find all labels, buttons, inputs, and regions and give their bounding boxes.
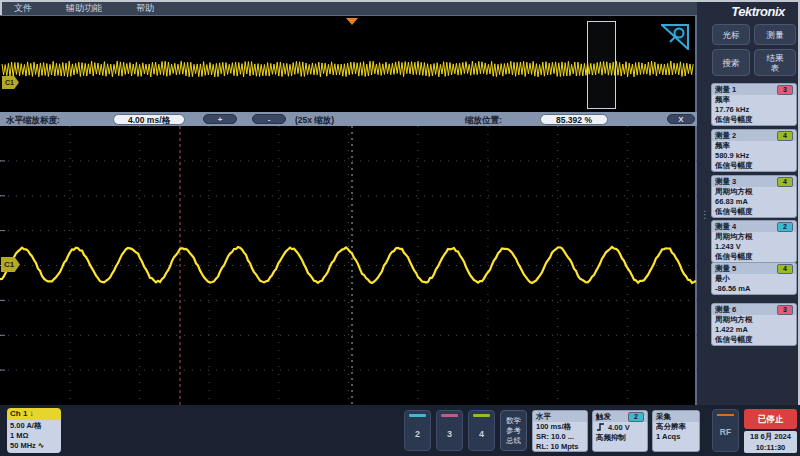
time-text: 10:11:30 — [744, 442, 797, 453]
measurement-value: 1.422 mA — [712, 325, 796, 335]
channel3-label: 3 — [437, 429, 462, 439]
zoom-position-value[interactable]: 85.392 % — [540, 114, 608, 125]
menu-utility[interactable]: 辅助功能 — [66, 2, 102, 15]
zoom-window-box[interactable] — [587, 21, 616, 109]
trigger-title: 触发 — [596, 412, 611, 422]
channel1-scale: 5.00 A/格 — [10, 421, 58, 431]
measurement-type: 频率 — [712, 95, 796, 105]
run-stop-status[interactable]: 已停止 — [744, 409, 797, 429]
measurement-6-panel[interactable]: 测量 63 周期均方根 1.422 mA 低信号幅度 — [711, 303, 797, 346]
source-badge: 4 — [777, 177, 793, 187]
menu-help[interactable]: 帮助 — [136, 2, 154, 15]
trigger-panel[interactable]: 触发 2 4.00 V 高频抑制 — [592, 410, 648, 452]
zoom-out-button[interactable]: - — [252, 114, 286, 124]
channel2-color-bar — [409, 414, 426, 417]
zoom-mode-icon[interactable] — [661, 24, 689, 50]
horizontal-panel[interactable]: 水平 100 ms/格 SR: 10.0 ... RL: 10 Mpts — [532, 410, 588, 452]
trigger-level: 4.00 V — [608, 423, 630, 432]
measurement-title: 测量 3 — [715, 177, 736, 187]
trigger-position-icon[interactable] — [346, 18, 358, 25]
cursors-button[interactable]: 光标 — [712, 24, 750, 45]
source-badge: 2 — [777, 222, 793, 232]
zoom-toolbar: 水平缩放标度: 4.00 ms/格 + - (25x 缩放) 缩放位置: 85.… — [0, 112, 697, 126]
trigger-coupling: 高频抑制 — [593, 433, 647, 443]
measurement-warning: 低信号幅度 — [712, 161, 796, 171]
measurement-title: 测量 1 — [715, 85, 736, 95]
measurement-title: 测量 6 — [715, 305, 736, 315]
results-table-button[interactable]: 结果 表 — [754, 49, 796, 76]
horizontal-title: 水平 — [536, 412, 551, 422]
measurement-warning: 低信号幅度 — [712, 252, 796, 262]
rf-color-bar — [717, 414, 734, 416]
rf-button[interactable]: RF — [712, 409, 739, 452]
channel1-badge[interactable]: Ch 1 ↓ 5.00 A/格 1 MΩ 50 MHz ∿ — [7, 408, 61, 453]
channel1-impedance: 1 MΩ — [10, 431, 58, 441]
channel2-label: 2 — [405, 429, 430, 439]
zoom-in-button[interactable]: + — [203, 114, 237, 124]
measurement-title: 测量 5 — [715, 264, 736, 274]
channel1-bandwidth: 50 MHz ∿ — [10, 441, 58, 451]
source-badge: 3 — [777, 305, 793, 315]
sidebar-drag-handle[interactable]: ⋮ — [700, 210, 710, 219]
measurement-value: 580.9 kHz — [712, 151, 796, 161]
measurement-type: 频率 — [712, 141, 796, 151]
measurement-warning: 低信号幅度 — [712, 207, 796, 217]
source-badge: 4 — [777, 131, 793, 141]
measurement-warning: 低信号幅度 — [712, 115, 796, 125]
date-text: 18 6月 2024 — [744, 431, 797, 442]
channel1-label: Ch 1 — [10, 409, 27, 418]
measurement-type: 周期均方根 — [712, 187, 796, 197]
measurement-title: 测量 2 — [715, 131, 736, 141]
acquisition-mode: 高分辨率 — [653, 422, 699, 432]
status-bar: Ch 1 ↓ 5.00 A/格 1 MΩ 50 MHz ∿ 2 3 4 数学 参… — [0, 405, 800, 456]
measurement-5-panel[interactable]: 测量 54 最小 -86.56 mA — [711, 262, 797, 295]
channel2-button[interactable]: 2 — [404, 410, 431, 451]
main-graticule: C1 — [0, 126, 697, 405]
zoom-close-button[interactable]: X — [667, 114, 695, 124]
channel4-label: 4 — [469, 429, 494, 439]
measurement-4-panel[interactable]: 测量 42 周期均方根 1.243 V 低信号幅度 — [711, 220, 797, 263]
measurement-title: 测量 4 — [715, 222, 736, 232]
menu-bar: 文件 辅助功能 帮助 — [2, 2, 697, 15]
datetime-display: 18 6月 2024 10:11:30 — [744, 431, 797, 453]
rising-edge-icon — [596, 422, 606, 432]
measurement-value: 1.243 V — [712, 242, 796, 252]
source-badge: 3 — [777, 85, 793, 95]
menu-file[interactable]: 文件 — [14, 2, 32, 15]
math-ref-bus-button[interactable]: 数学 参考 总线 — [500, 410, 527, 451]
search-button[interactable]: 搜索 — [712, 49, 750, 76]
measurement-2-panel[interactable]: 测量 24 频率 580.9 kHz 低信号幅度 — [711, 129, 797, 172]
acquisition-panel[interactable]: 采集 高分辨率 1 Acqs — [652, 410, 700, 452]
measurement-type: 周期均方根 — [712, 232, 796, 242]
trigger-source-badge: 2 — [628, 412, 644, 422]
acquisition-overview: C1 — [0, 15, 697, 112]
acquisition-count: 1 Acqs — [653, 432, 699, 442]
rf-label: RF — [713, 427, 738, 437]
sample-rate: SR: 10.0 ... — [533, 432, 587, 442]
channel3-button[interactable]: 3 — [436, 410, 463, 451]
oscilloscope-screen: 文件 辅助功能 帮助 Tektronix C1 水平缩放标度: 4.00 ms/… — [0, 0, 800, 456]
channel4-color-bar — [473, 414, 490, 417]
measurement-value: 66.83 mA — [712, 197, 796, 207]
acquisition-title: 采集 — [656, 412, 671, 422]
measurement-type: 最小 — [712, 274, 796, 284]
source-badge: 4 — [777, 264, 793, 274]
measurement-3-panel[interactable]: 测量 34 周期均方根 66.83 mA 低信号幅度 — [711, 175, 797, 218]
measurement-1-panel[interactable]: 测量 13 频率 17.76 kHz 低信号幅度 — [711, 83, 797, 126]
channel4-button[interactable]: 4 — [468, 410, 495, 451]
arrow-down-icon: ↓ — [30, 409, 34, 418]
measurement-value: -86.56 mA — [712, 284, 796, 294]
measurement-value: 17.76 kHz — [712, 105, 796, 115]
tektronix-logo: Tektronix — [718, 4, 798, 18]
measurement-type: 周期均方根 — [712, 315, 796, 325]
measurement-warning: 低信号幅度 — [712, 335, 796, 345]
measure-button[interactable]: 测量 — [754, 24, 796, 45]
horizontal-scale: 100 ms/格 — [533, 422, 587, 432]
record-length: RL: 10 Mpts — [533, 442, 587, 452]
channel3-color-bar — [441, 414, 458, 417]
zoom-scale-value[interactable]: 4.00 ms/格 — [113, 114, 185, 125]
